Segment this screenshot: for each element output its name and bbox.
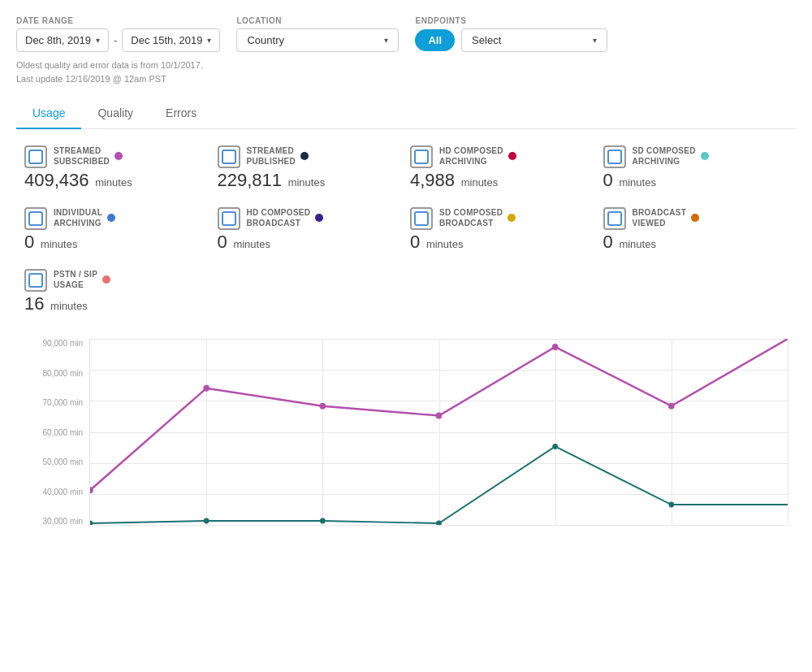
metric-label-group: PSTN / SIPUSAGE	[54, 269, 110, 290]
v-grid-line-6	[788, 339, 788, 525]
location-value: Country	[247, 34, 284, 46]
metric-dot-hd-composed-archiving	[508, 152, 516, 160]
metric-icon-inner	[222, 150, 236, 164]
metric-value-number: 0	[24, 232, 34, 252]
date-range-inputs: Dec 8th, 2019 ▾ - Dec 15th, 2019 ▾	[16, 28, 220, 52]
endpoints-select[interactable]: Select ▾	[461, 28, 607, 52]
metric-value-hd-composed-archiving: 4,988 minutes	[410, 170, 595, 191]
metric-value-unit: minutes	[50, 300, 88, 312]
y-label-60000: 60,000 min	[24, 428, 89, 437]
metric-icon-inner	[607, 211, 622, 226]
date-start-select[interactable]: Dec 8th, 2019 ▾	[16, 28, 109, 52]
dot-purple-5	[668, 403, 675, 410]
metric-icon-inner	[414, 211, 429, 226]
y-label-80000: 80,000 min	[24, 369, 89, 378]
metric-value-broadcast-viewed: 0 minutes	[603, 232, 788, 253]
metric-value-sd-composed-archiving: 0 minutes	[603, 170, 788, 191]
metric-value-unit: minutes	[461, 176, 499, 189]
metric-label: SD COMPOSEDARCHIVING	[633, 145, 696, 167]
y-label-30000: 30,000 min	[24, 517, 89, 526]
metric-header-pstn-sip: PSTN / SIPUSAGE	[24, 269, 209, 292]
endpoints-group: ENDPOINTS All Select ▾	[415, 16, 607, 52]
tab-errors[interactable]: Errors	[149, 98, 213, 129]
metric-label-group: STREAMEDPUBLISHED	[247, 145, 309, 167]
metric-icon-hd-composed-broadcast	[218, 207, 240, 230]
metric-value-unit: minutes	[95, 176, 132, 189]
metric-pstn-sip: PSTN / SIPUSAGE 16 minutes	[24, 269, 209, 314]
metric-header-sd-composed-archiving: SD COMPOSEDARCHIVING	[603, 145, 788, 168]
dot-purple-2	[320, 403, 326, 410]
location-select[interactable]: Country ▾	[236, 28, 399, 52]
date-range-group: DATE RANGE Dec 8th, 2019 ▾ - Dec 15th, 2…	[16, 16, 220, 52]
metric-value-number: 0	[603, 170, 613, 190]
metric-value-number: 0	[410, 232, 420, 252]
metric-label: BROADCASTVIEWED	[633, 207, 687, 228]
metric-icon-streamed-published	[218, 145, 240, 168]
metric-label-row: HD COMPOSEDBROADCAST	[247, 207, 324, 228]
metric-header-broadcast-viewed: BROADCASTVIEWED	[603, 207, 788, 230]
metric-label: SD COMPOSEDBROADCAST	[439, 207, 503, 228]
location-select-wrapper: Country ▾	[236, 28, 399, 52]
y-label-70000: 70,000 min	[24, 398, 89, 407]
chart-inner: 90,000 min 80,000 min 70,000 min 60,000 …	[24, 339, 788, 542]
tab-quality[interactable]: Quality	[81, 98, 149, 129]
metric-icon-streamed-subscribed	[24, 145, 47, 168]
date-end-select[interactable]: Dec 15th, 2019 ▾	[122, 28, 220, 52]
metric-header-hd-composed-archiving: HD COMPOSEDARCHIVING	[410, 145, 595, 168]
metric-value-unit: minutes	[288, 176, 326, 189]
y-label-50000: 50,000 min	[24, 457, 89, 466]
endpoints-controls: All Select ▾	[415, 28, 607, 52]
metric-dot-streamed-published	[300, 152, 309, 160]
metric-icon-sd-composed-archiving	[603, 145, 626, 168]
metric-label: PSTN / SIPUSAGE	[54, 269, 97, 290]
metric-label: INDIVIDUALARCHIVING	[54, 207, 102, 228]
metric-header-hd-composed-broadcast: HD COMPOSEDBROADCAST	[218, 207, 403, 230]
endpoints-chevron-icon: ▾	[593, 36, 597, 45]
date-separator: -	[114, 34, 117, 46]
y-label-40000: 40,000 min	[24, 488, 89, 496]
metric-sd-composed-broadcast: SD COMPOSEDBROADCAST 0 minutes	[410, 207, 595, 253]
dot-purple-3	[436, 413, 443, 419]
dot-purple-4	[552, 344, 559, 350]
metric-header-streamed-subscribed: STREAMEDSUBSCRIBED	[24, 145, 209, 168]
location-chevron-icon: ▾	[384, 36, 388, 45]
info-line2: Last update 12/16/2019 @ 12am PST	[16, 72, 796, 86]
metric-label-row: STREAMEDSUBSCRIBED	[54, 145, 123, 167]
chart-area	[89, 339, 788, 526]
metric-dot-hd-composed-broadcast	[315, 214, 323, 222]
metric-label-group: BROADCASTVIEWED	[633, 207, 700, 228]
metric-icon-broadcast-viewed	[603, 207, 626, 230]
date-end-chevron-icon: ▾	[207, 36, 211, 45]
metric-label-group: STREAMEDSUBSCRIBED	[54, 145, 123, 167]
metric-icon-individual-archiving	[24, 207, 47, 230]
metric-dot-streamed-subscribed	[114, 152, 123, 160]
metric-streamed-published: STREAMEDPUBLISHED 229,811 minutes	[218, 145, 403, 191]
filters-row: DATE RANGE Dec 8th, 2019 ▾ - Dec 15th, 2…	[16, 16, 796, 52]
metric-label: STREAMEDPUBLISHED	[247, 145, 296, 167]
metric-hd-composed-archiving: HD COMPOSEDARCHIVING 4,988 minutes	[410, 145, 595, 191]
metric-dot-pstn-sip	[102, 275, 110, 284]
metric-icon-inner	[28, 150, 43, 164]
metric-icon-inner	[222, 211, 236, 226]
metric-value-number: 229,811	[218, 170, 283, 190]
dot-teal-4	[552, 444, 558, 449]
date-end-value: Dec 15th, 2019	[131, 34, 202, 46]
date-start-value: Dec 8th, 2019	[25, 34, 91, 46]
empty-cell-1	[218, 269, 403, 314]
dot-teal-2	[320, 518, 326, 524]
metric-icon-pstn-sip	[24, 269, 47, 292]
metric-icon-inner	[28, 211, 43, 226]
tab-usage[interactable]: Usage	[16, 98, 81, 129]
endpoints-select-value: Select	[472, 34, 501, 46]
metric-label-row: HD COMPOSEDARCHIVING	[439, 145, 516, 167]
metric-value-unit: minutes	[41, 238, 78, 250]
dot-purple-1	[203, 385, 209, 392]
all-button[interactable]: All	[415, 29, 455, 51]
chart-container: 90,000 min 80,000 min 70,000 min 60,000 …	[16, 339, 796, 542]
metric-dot-sd-composed-broadcast	[508, 214, 516, 222]
metric-label-row: SD COMPOSEDARCHIVING	[633, 145, 709, 167]
metric-dot-individual-archiving	[107, 214, 115, 222]
metric-value-number: 4,988	[410, 170, 455, 190]
metric-label-row: BROADCASTVIEWED	[633, 207, 700, 228]
metric-label-group: SD COMPOSEDARCHIVING	[633, 145, 709, 167]
